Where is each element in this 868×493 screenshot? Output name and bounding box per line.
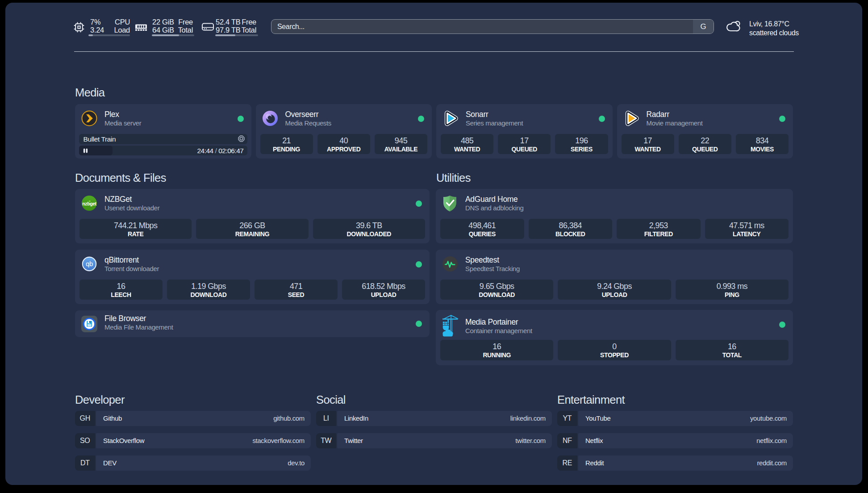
- svg-text:qb: qb: [86, 260, 93, 267]
- svg-text:nzbget: nzbget: [82, 201, 96, 206]
